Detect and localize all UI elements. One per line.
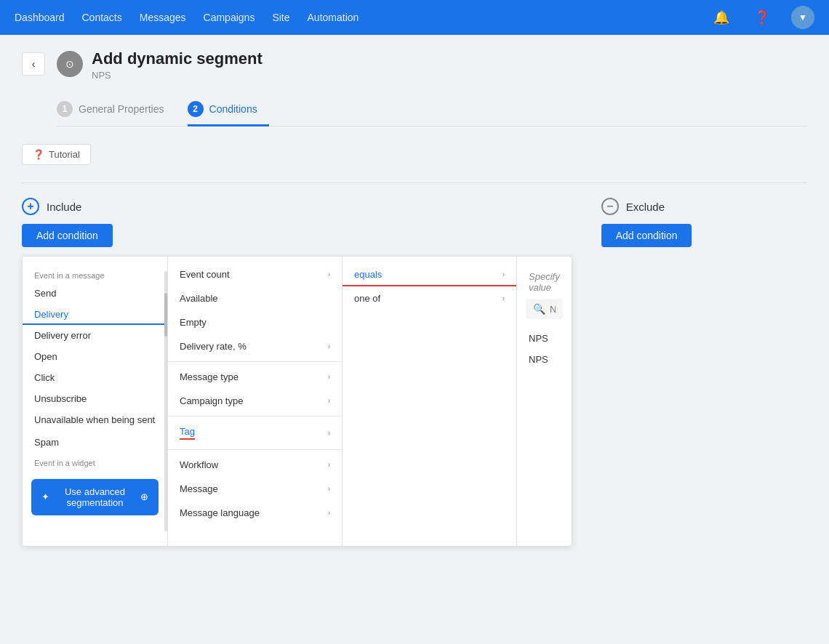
back-button[interactable]: ‹ [22,52,45,76]
left-item-unsubscribe[interactable]: Unsubscribe [23,388,167,409]
top-nav: Dashboard Contacts Messages Campaigns Si… [0,0,829,35]
back-icon: ‹ [32,58,36,70]
page-header: ‹ ⊙ Add dynamic segment NPS [22,49,807,81]
include-title: Include [47,201,81,213]
middle-event-count[interactable]: Event count › [168,262,342,286]
right-panel: equals › one of › [343,257,517,546]
exclude-circle: − [601,198,619,215]
step-1-label: General Properties [79,103,164,115]
help-icon[interactable]: ❓ [750,6,774,29]
page-subtitle: NPS [92,70,263,81]
scroll-track [164,271,167,531]
operator-arrow-1: › [502,270,505,278]
search-input-wrap: 🔍 [526,299,563,319]
arrow-icon-5: › [328,429,330,437]
left-item-open[interactable]: Open [23,346,167,367]
include-dropdown: Event in a message Send Delivery Deliver… [22,256,572,547]
left-item-delivery[interactable]: Delivery [23,304,167,325]
user-avatar[interactable]: ▼ [791,6,814,29]
middle-campaign-type[interactable]: Campaign type › [168,389,342,413]
middle-divider [168,361,342,362]
search-input[interactable] [550,304,556,315]
exclude-section-header: − Exclude [601,198,807,215]
search-panel: Specify value 🔍 NPS NPS [517,257,572,546]
middle-divider-3 [168,449,342,450]
group1-label: Event in a message [23,265,167,283]
middle-message-language[interactable]: Message language › [168,501,342,525]
arrow-icon: › [328,270,330,278]
tutorial-label: Tutorial [49,149,80,160]
nav-automation[interactable]: Automation [308,12,359,23]
operator-one-of[interactable]: one of › [343,286,516,310]
segment-icon: ⊙ [57,51,83,77]
section-divider [22,182,807,183]
middle-workflow[interactable]: Workflow › [168,453,342,477]
include-section-header: + Include [22,198,572,215]
step-2-num: 2 [188,101,204,117]
advanced-btn-label: Use advanced segmentation [55,486,135,508]
search-icon: 🔍 [533,303,545,315]
middle-divider-2 [168,416,342,416]
include-section: + Include Add condition Event in a messa… [22,198,572,547]
star-icon: ✦ [41,491,49,502]
nav-contacts[interactable]: Contacts [82,12,122,23]
page-title: Add dynamic segment [92,49,263,68]
scroll-thumb [164,293,167,337]
nav-site[interactable]: Site [272,12,289,23]
left-item-spam[interactable]: Spam [23,432,167,453]
nav-dashboard[interactable]: Dashboard [15,12,65,23]
conditions-row: + Include Add condition Event in a messa… [22,198,807,547]
operator-equals[interactable]: equals › [343,262,516,286]
middle-message-type[interactable]: Message type › [168,365,342,389]
exclude-title: Exclude [626,201,665,213]
arrow-icon-3: › [328,373,330,381]
search-result-nps-1[interactable]: NPS [526,328,563,349]
exclude-section: − Exclude Add condition [601,198,807,547]
middle-available[interactable]: Available [168,286,342,310]
include-circle: + [22,198,39,215]
advanced-segmentation-button[interactable]: ✦ Use advanced segmentation ⊕ [31,479,159,515]
middle-panel: Event count › Available Empty Delivery r… [168,257,343,546]
notifications-icon[interactable]: 🔔 [710,6,733,29]
nav-campaigns[interactable]: Campaigns [204,12,255,23]
middle-tag[interactable]: Tag › [168,419,342,446]
middle-delivery-rate[interactable]: Delivery rate, % › [168,334,342,358]
wizard-step-1[interactable]: 1 General Properties [57,95,176,126]
nav-messages[interactable]: Messages [140,12,186,23]
step-2-label: Conditions [209,103,257,115]
advanced-btn-icon: ⊕ [140,491,148,502]
left-item-click[interactable]: Click [23,367,167,388]
left-item-send[interactable]: Send [23,283,167,304]
middle-message[interactable]: Message › [168,477,342,501]
arrow-icon-4: › [328,397,330,405]
operator-arrow-2: › [502,294,505,302]
arrow-icon-6: › [328,461,330,469]
left-item-delivery-error[interactable]: Delivery error [23,325,167,346]
arrow-icon-8: › [328,509,330,517]
specify-value-label: Specify value [526,265,563,299]
group2-label: Event in a widget [23,453,167,470]
left-panel: Event in a message Send Delivery Deliver… [23,257,168,546]
tutorial-button[interactable]: ❓ Tutorial [22,144,91,165]
step-1-num: 1 [57,101,73,117]
exclude-add-condition-button[interactable]: Add condition [601,224,692,247]
include-add-condition-button[interactable]: Add condition [22,224,113,247]
arrow-icon-2: › [328,342,330,350]
wizard-step-2[interactable]: 2 Conditions [188,95,269,126]
tutorial-icon: ❓ [33,149,44,160]
search-result-nps-2[interactable]: NPS [526,349,563,370]
arrow-icon-7: › [328,485,330,493]
middle-empty[interactable]: Empty [168,310,342,334]
wizard-steps: 1 General Properties 2 Conditions [57,95,807,126]
left-item-unavailable[interactable]: Unavailable when being sent [23,409,167,432]
